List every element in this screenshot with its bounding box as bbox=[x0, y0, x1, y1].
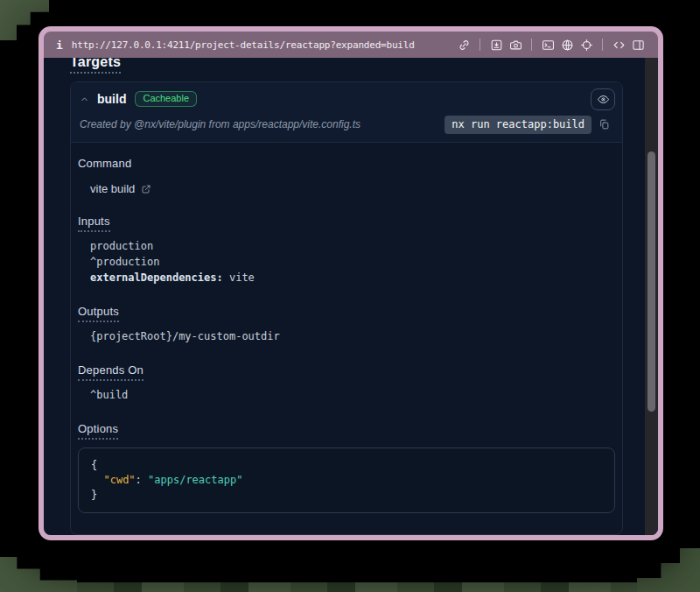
command-value-row: vite build bbox=[90, 182, 615, 195]
input-item: ^production bbox=[90, 254, 615, 270]
created-by-text: Created by @nx/vite/plugin from apps/rea… bbox=[80, 118, 444, 130]
scrollbar-track[interactable] bbox=[645, 58, 658, 535]
inputs-section-heading: Inputs bbox=[78, 215, 615, 228]
json-value: "apps/reactapp" bbox=[148, 474, 242, 486]
options-section-heading: Options bbox=[78, 422, 615, 435]
inputs-list: production ^production externalDependenc… bbox=[90, 238, 615, 285]
desktop-background-corner bbox=[637, 548, 700, 592]
target-header-build[interactable]: build Cacheable Created by @nx/vite/plug… bbox=[71, 82, 622, 143]
target-body-build: Command vite build Inputs production ^pr… bbox=[71, 143, 622, 534]
desktop-background-strip bbox=[77, 582, 637, 592]
code-icon[interactable] bbox=[609, 35, 628, 54]
target-meta-row: Created by @nx/vite/plugin from apps/rea… bbox=[80, 115, 612, 134]
external-link-icon[interactable] bbox=[141, 184, 151, 194]
terminal-icon[interactable] bbox=[538, 35, 557, 54]
target-title-row: build Cacheable bbox=[80, 89, 612, 109]
options-json-block: { "cwd": "apps/reactapp" } bbox=[78, 448, 615, 513]
input-item: externalDependencies: vite bbox=[90, 270, 615, 285]
outputs-section-heading: Outputs bbox=[78, 305, 615, 318]
input-item: production bbox=[90, 238, 615, 254]
view-target-button[interactable] bbox=[591, 88, 615, 110]
link-icon[interactable] bbox=[454, 35, 473, 54]
depends-on-list: ^build bbox=[90, 387, 615, 403]
command-value: vite build bbox=[90, 182, 135, 195]
camera-icon[interactable] bbox=[506, 35, 525, 54]
run-command-chip: nx run reactapp:build bbox=[444, 116, 592, 134]
toolbar-separator bbox=[480, 39, 480, 51]
sidebar-icon[interactable] bbox=[628, 35, 648, 54]
chevron-up-icon bbox=[80, 95, 92, 104]
download-icon[interactable] bbox=[486, 35, 506, 54]
target-name: build bbox=[97, 92, 126, 106]
project-details-page: Targets build Cacheable Created by @nx/v… bbox=[44, 58, 658, 535]
outputs-list: {projectRoot}/my-custom-outdir bbox=[90, 328, 615, 344]
depends-on-item: ^build bbox=[90, 387, 615, 403]
crosshair-icon[interactable] bbox=[577, 35, 596, 54]
toolbar-separator bbox=[602, 39, 603, 51]
command-section-heading: Command bbox=[78, 157, 615, 170]
output-item: {projectRoot}/my-custom-outdir bbox=[90, 328, 615, 344]
info-icon[interactable]: i bbox=[56, 39, 63, 52]
globe-icon[interactable] bbox=[557, 35, 577, 54]
url-bar[interactable]: http://127.0.0.1:4211/project-details/re… bbox=[72, 39, 415, 51]
copy-icon[interactable] bbox=[598, 118, 610, 130]
browser-toolbar: i http://127.0.0.1:4211/project-details/… bbox=[44, 32, 658, 58]
browser-window: i http://127.0.0.1:4211/project-details/… bbox=[38, 26, 663, 540]
target-card-build: build Cacheable Created by @nx/vite/plug… bbox=[70, 81, 623, 535]
cacheable-badge: Cacheable bbox=[135, 91, 197, 107]
scrollbar-thumb[interactable] bbox=[648, 152, 655, 412]
toolbar-separator bbox=[531, 39, 532, 51]
depends-on-section-heading: Depends On bbox=[78, 363, 615, 377]
desktop-background-corner bbox=[0, 557, 77, 592]
page-title: Targets bbox=[70, 58, 658, 70]
json-key: "cwd" bbox=[103, 474, 135, 486]
